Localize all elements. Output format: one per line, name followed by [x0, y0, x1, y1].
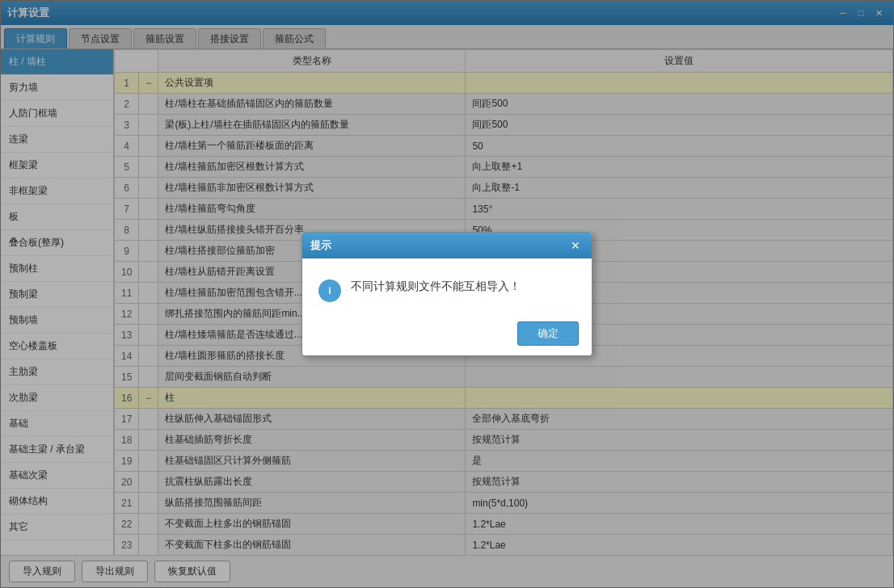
modal-message: 不同计算规则文件不能互相导入！ — [351, 278, 521, 295]
modal-info-icon: i — [318, 279, 341, 302]
modal-close-button[interactable]: ✕ — [567, 237, 584, 254]
modal-footer: 确定 — [302, 315, 592, 355]
modal-dialog: 提示 ✕ i 不同计算规则文件不能互相导入！ 确定 — [302, 232, 592, 356]
modal-overlay: 提示 ✕ i 不同计算规则文件不能互相导入！ 确定 — [0, 0, 894, 588]
modal-ok-button[interactable]: 确定 — [517, 321, 579, 346]
modal-body: i 不同计算规则文件不能互相导入！ — [302, 258, 592, 315]
modal-title-bar: 提示 ✕ — [302, 233, 592, 258]
modal-title: 提示 — [310, 238, 331, 253]
